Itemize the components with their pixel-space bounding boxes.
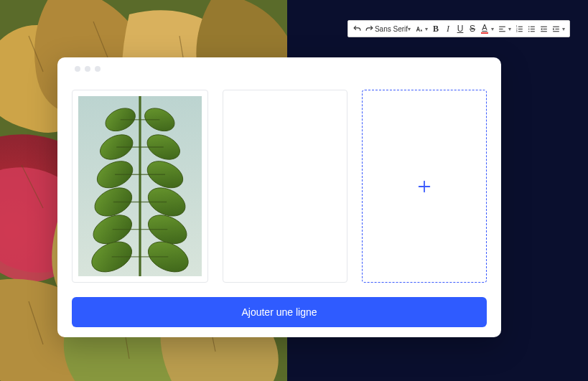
chevron-down-icon: ▾ bbox=[508, 26, 513, 32]
text-format-toolbar: Sans Serif ▾ ▾ B I U S A ▾ ▾ 123 ▾ bbox=[347, 20, 570, 37]
svg-point-14 bbox=[528, 28, 529, 29]
column-empty[interactable] bbox=[223, 90, 347, 283]
chevron-down-icon: ▾ bbox=[425, 26, 429, 32]
text-color-button[interactable]: A bbox=[479, 22, 490, 36]
add-row-button[interactable]: Ajouter une ligne bbox=[72, 297, 487, 327]
columns-row bbox=[72, 90, 487, 283]
column-add-placeholder[interactable] bbox=[362, 90, 487, 283]
align-button[interactable] bbox=[496, 22, 508, 36]
svg-point-13 bbox=[528, 26, 529, 27]
ordered-list-button[interactable]: 123 bbox=[513, 22, 525, 36]
strikethrough-button[interactable]: S bbox=[467, 22, 478, 36]
underline-button[interactable]: U bbox=[454, 22, 466, 36]
window-dot bbox=[95, 66, 101, 72]
svg-text:3: 3 bbox=[515, 29, 517, 32]
redo-button[interactable] bbox=[363, 22, 375, 36]
undo-button[interactable] bbox=[351, 22, 363, 36]
column-image[interactable] bbox=[72, 90, 208, 283]
plus-icon bbox=[416, 179, 432, 194]
window-dot bbox=[75, 66, 80, 72]
chevron-down-icon: ▾ bbox=[491, 26, 495, 32]
indent-decrease-button[interactable] bbox=[538, 22, 549, 36]
font-size-button[interactable] bbox=[413, 22, 424, 36]
svg-point-15 bbox=[528, 30, 529, 32]
chevron-down-icon: ▾ bbox=[562, 26, 566, 32]
italic-button[interactable]: I bbox=[442, 22, 454, 36]
editor-content: Ajouter une ligne bbox=[57, 72, 501, 342]
window-dot bbox=[85, 66, 90, 72]
leaf-image bbox=[78, 96, 202, 276]
window-traffic-lights bbox=[57, 57, 501, 72]
indent-increase-button[interactable] bbox=[550, 22, 561, 36]
editor-window: Ajouter une ligne bbox=[57, 57, 501, 337]
font-family-selector[interactable]: Sans Serif bbox=[375, 22, 407, 36]
chevron-down-icon: ▾ bbox=[408, 26, 412, 32]
unordered-list-button[interactable] bbox=[526, 22, 537, 36]
bold-button[interactable]: B bbox=[430, 22, 442, 36]
font-family-label: Sans Serif bbox=[375, 25, 408, 33]
